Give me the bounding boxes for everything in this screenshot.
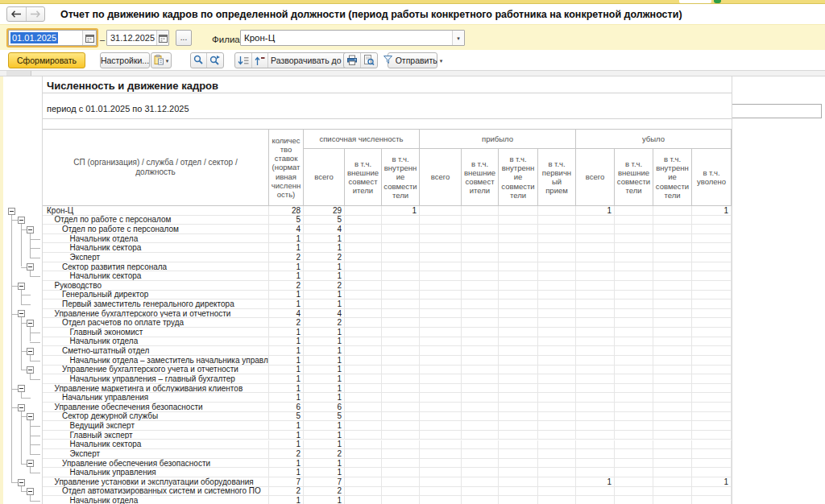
- cell-in_first[interactable]: [538, 356, 576, 365]
- cell-in_int[interactable]: [499, 374, 538, 383]
- cell-out_total[interactable]: [576, 291, 615, 300]
- cell-rates[interactable]: 1: [269, 468, 304, 477]
- cell-in_first[interactable]: [538, 225, 576, 233]
- cell-in_first[interactable]: [538, 281, 576, 290]
- cell-out_ext[interactable]: [615, 243, 653, 252]
- cell-rates[interactable]: 2: [269, 253, 304, 262]
- cell-in_first[interactable]: [538, 412, 576, 421]
- cell-out_int[interactable]: [653, 216, 692, 225]
- cell-in_ext[interactable]: [462, 328, 499, 337]
- cell-in_ext[interactable]: [462, 477, 499, 486]
- cell-in_int[interactable]: [499, 253, 538, 262]
- cell-list_total[interactable]: 2: [304, 318, 345, 327]
- cell-in_int[interactable]: [499, 356, 538, 365]
- cell-in_ext[interactable]: [462, 253, 499, 262]
- cell-list_ext[interactable]: [345, 374, 382, 383]
- cell-out_fired[interactable]: [692, 271, 732, 280]
- cell-list_int[interactable]: [382, 337, 420, 346]
- cell-in_first[interactable]: [538, 346, 576, 355]
- cell-in_total[interactable]: [420, 440, 462, 449]
- cell-list_int[interactable]: [382, 328, 420, 337]
- row-name-cell[interactable]: Генеральный директор: [43, 291, 269, 300]
- column-header-list_int[interactable]: в т.ч. внутренние совместители: [382, 149, 420, 206]
- cell-rates[interactable]: 2: [269, 449, 304, 458]
- cell-list_int[interactable]: [382, 216, 420, 225]
- cell-out_fired[interactable]: [692, 412, 732, 421]
- cell-rates[interactable]: 4: [269, 309, 304, 318]
- cell-in_ext[interactable]: [462, 337, 499, 346]
- cell-out_int[interactable]: [653, 393, 692, 402]
- cell-in_int[interactable]: [499, 337, 538, 346]
- cell-list_total[interactable]: 1: [304, 384, 345, 393]
- cell-in_ext[interactable]: [462, 243, 499, 252]
- calendar-icon[interactable]: [82, 31, 96, 45]
- cell-out_ext[interactable]: [615, 487, 653, 496]
- cell-list_ext[interactable]: [345, 243, 382, 252]
- cell-list_int[interactable]: [382, 403, 420, 411]
- cell-list_int[interactable]: [382, 309, 420, 318]
- cell-list_int[interactable]: [382, 366, 420, 374]
- cell-out_fired[interactable]: [692, 337, 732, 346]
- cell-in_total[interactable]: [420, 412, 462, 421]
- cell-list_int[interactable]: [382, 449, 420, 458]
- cell-out_total[interactable]: [576, 243, 615, 252]
- cell-out_total[interactable]: [576, 216, 615, 225]
- cell-list_ext[interactable]: [345, 234, 382, 243]
- column-header-rates[interactable]: количество ставок (нормативная численнос…: [269, 130, 304, 206]
- cell-out_ext[interactable]: [615, 384, 653, 393]
- cell-in_first[interactable]: [538, 440, 576, 449]
- cell-in_total[interactable]: [420, 393, 462, 402]
- cell-in_first[interactable]: [538, 291, 576, 300]
- cell-out_ext[interactable]: [615, 216, 653, 225]
- cell-in_int[interactable]: [499, 291, 538, 300]
- cell-in_total[interactable]: [420, 384, 462, 393]
- cell-in_int[interactable]: [499, 477, 538, 486]
- cell-list_ext[interactable]: [345, 440, 382, 449]
- cell-in_first[interactable]: [538, 431, 576, 440]
- cell-out_total[interactable]: 1: [576, 477, 615, 486]
- cell-out_fired[interactable]: [692, 421, 732, 430]
- cell-out_ext[interactable]: [615, 346, 653, 355]
- cell-rates[interactable]: 1: [269, 271, 304, 280]
- cell-in_ext[interactable]: [462, 487, 499, 496]
- cell-out_ext[interactable]: [615, 431, 653, 440]
- cell-in_first[interactable]: [538, 243, 576, 252]
- cell-in_total[interactable]: [420, 309, 462, 318]
- cell-in_total[interactable]: [420, 253, 462, 262]
- calendar-icon[interactable]: [156, 31, 168, 45]
- cell-in_ext[interactable]: [462, 412, 499, 421]
- cell-out_ext[interactable]: [615, 412, 653, 421]
- back-button[interactable]: [7, 7, 27, 21]
- cell-in_total[interactable]: [420, 459, 462, 468]
- cell-list_int[interactable]: [382, 291, 420, 300]
- cell-rates[interactable]: 1: [269, 328, 304, 337]
- cell-list_int[interactable]: [382, 243, 420, 252]
- cell-in_int[interactable]: [499, 487, 538, 496]
- cell-in_first[interactable]: [538, 449, 576, 458]
- cell-out_fired[interactable]: [692, 300, 732, 308]
- row-name-cell[interactable]: Отдел расчетов по оплате труда: [43, 318, 269, 327]
- cell-out_total[interactable]: [576, 403, 615, 411]
- settings-button[interactable]: Настройки...: [100, 52, 150, 68]
- cell-out_fired[interactable]: [692, 374, 732, 383]
- cell-in_int[interactable]: [499, 281, 538, 290]
- cell-list_int[interactable]: [382, 440, 420, 449]
- cell-out_fired[interactable]: 1: [692, 206, 732, 215]
- cell-list_ext[interactable]: [345, 496, 382, 504]
- cell-list_int[interactable]: [382, 318, 420, 327]
- cell-in_int[interactable]: [499, 496, 538, 504]
- cell-rates[interactable]: 5: [269, 412, 304, 421]
- cell-out_total[interactable]: [576, 459, 615, 468]
- cell-out_ext[interactable]: [615, 449, 653, 458]
- cell-list_total[interactable]: 1: [304, 262, 345, 271]
- cell-in_int[interactable]: [499, 216, 538, 225]
- cell-list_int[interactable]: [382, 487, 420, 496]
- cell-list_ext[interactable]: [345, 300, 382, 308]
- cell-out_int[interactable]: [653, 262, 692, 271]
- cell-in_int[interactable]: [499, 309, 538, 318]
- cell-in_int[interactable]: [499, 421, 538, 430]
- column-group-списочная численность[interactable]: списочная численность: [304, 130, 420, 149]
- cell-list_ext[interactable]: [345, 459, 382, 468]
- cell-out_int[interactable]: [653, 356, 692, 365]
- row-name-cell[interactable]: Первый заместитель генерального директор…: [43, 300, 269, 308]
